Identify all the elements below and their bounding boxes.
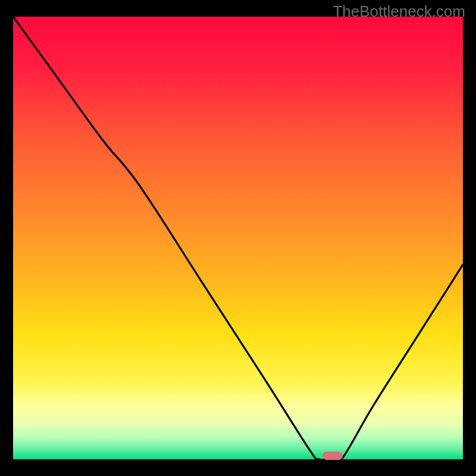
chart-line-series xyxy=(13,17,463,459)
watermark-text: TheBottleneck.com xyxy=(333,2,465,21)
chart-frame xyxy=(13,17,463,459)
chart-marker xyxy=(322,452,343,460)
